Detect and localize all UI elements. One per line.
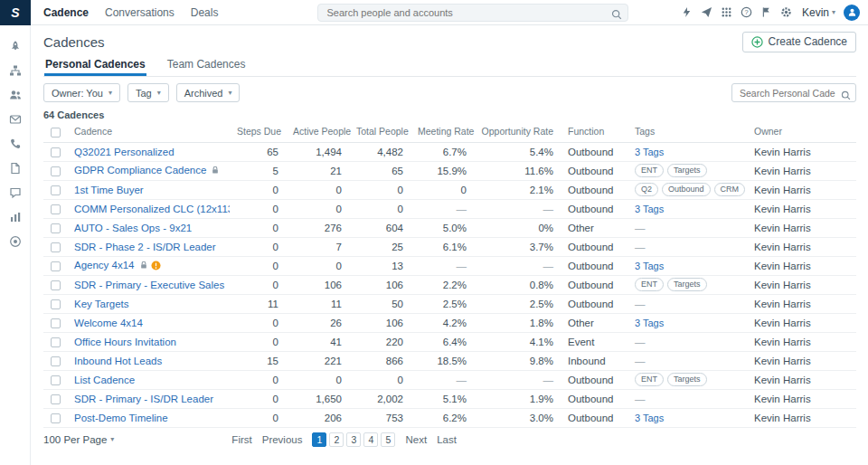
select-all-checkbox[interactable] bbox=[51, 128, 61, 138]
row-checkbox[interactable] bbox=[51, 166, 61, 176]
tab-team-cadences[interactable]: Team Cadences bbox=[166, 56, 247, 76]
phone-icon[interactable] bbox=[9, 138, 22, 150]
owner-cell: Kevin Harris bbox=[747, 180, 856, 199]
cadence-link[interactable]: Agency 4x14 bbox=[74, 260, 135, 270]
create-cadence-button[interactable]: Create Cadence bbox=[742, 32, 856, 52]
cadence-link[interactable]: Inbound Hot Leads bbox=[74, 356, 162, 366]
opportunity-rate-cell: 0.8% bbox=[474, 275, 561, 294]
page-button-4[interactable]: 4 bbox=[363, 432, 378, 447]
page-button-1[interactable]: 1 bbox=[312, 432, 326, 447]
send-icon[interactable] bbox=[701, 6, 712, 18]
tags-link[interactable]: 3 Tags bbox=[635, 204, 664, 214]
row-checkbox[interactable] bbox=[51, 375, 61, 385]
help-icon[interactable]: ? bbox=[741, 6, 752, 18]
cadence-name-cell: Q32021 Personalized bbox=[67, 142, 230, 161]
next-page-link[interactable]: Next bbox=[405, 434, 427, 445]
column-header-function[interactable]: Function bbox=[561, 122, 627, 142]
cadence-link[interactable]: 1st Time Buyer bbox=[74, 185, 144, 195]
opportunity-rate-cell: 9.8% bbox=[474, 351, 561, 370]
chart-icon[interactable] bbox=[9, 211, 22, 223]
nav-item-deals[interactable]: Deals bbox=[191, 6, 219, 19]
cadence-link[interactable]: COMM Personalized CLC (12x113) bbox=[74, 204, 230, 214]
column-header-cadence[interactable]: Cadence bbox=[67, 122, 230, 142]
last-page-link[interactable]: Last bbox=[437, 434, 457, 445]
row-select-cell bbox=[43, 218, 67, 237]
tags-link[interactable]: 3 Tags bbox=[635, 413, 664, 423]
table-row: AUTO - Sales Ops - 9x21 0 276 604 5.0% 0… bbox=[43, 218, 856, 237]
column-header-opportunity-rate[interactable]: Opportunity Rate bbox=[474, 122, 561, 142]
tags-link[interactable]: 3 Tags bbox=[635, 261, 664, 271]
column-header-owner[interactable]: Owner bbox=[747, 122, 856, 142]
row-checkbox[interactable] bbox=[51, 318, 61, 328]
tags-cell: — bbox=[627, 237, 747, 256]
cadence-link[interactable]: Post-Demo Timeline bbox=[74, 413, 168, 423]
cadence-link[interactable]: Welcome 4x14 bbox=[74, 318, 143, 328]
steps-due-cell: 0 bbox=[230, 180, 286, 199]
cadence-link[interactable]: SDR - Phase 2 - IS/DR Leader bbox=[74, 242, 216, 252]
cadence-link[interactable]: SDR - Primary - IS/DR Leader bbox=[74, 394, 213, 404]
nav-item-cadence[interactable]: Cadence bbox=[43, 6, 89, 19]
target-icon[interactable] bbox=[9, 235, 22, 248]
sitemap-icon[interactable] bbox=[9, 64, 22, 77]
row-checkbox[interactable] bbox=[51, 242, 61, 252]
owner-cell: Kevin Harris bbox=[747, 237, 856, 256]
row-checkbox[interactable] bbox=[51, 394, 61, 404]
cadence-link[interactable]: Key Targets bbox=[74, 299, 129, 309]
row-checkbox[interactable] bbox=[51, 356, 61, 366]
settings-gear-icon[interactable] bbox=[780, 6, 792, 18]
app-logo[interactable]: S bbox=[0, 0, 31, 25]
active-people-cell: 26 bbox=[286, 313, 349, 332]
table-search-input[interactable] bbox=[731, 83, 856, 102]
column-header-total-people[interactable]: Total People bbox=[349, 122, 410, 142]
cadence-link[interactable]: Office Hours Invitation bbox=[74, 337, 176, 347]
total-people-cell: 2,002 bbox=[349, 389, 410, 408]
row-checkbox[interactable] bbox=[51, 299, 61, 309]
opportunity-rate-cell: — bbox=[474, 199, 561, 218]
column-header-tags[interactable]: Tags bbox=[627, 122, 747, 142]
search-icon bbox=[611, 7, 622, 24]
mail-icon[interactable] bbox=[9, 113, 22, 126]
row-checkbox[interactable] bbox=[51, 280, 61, 290]
row-checkbox[interactable] bbox=[51, 337, 61, 347]
nav-item-conversations[interactable]: Conversations bbox=[105, 6, 175, 19]
column-header-active-people[interactable]: Active People bbox=[286, 122, 349, 142]
global-search-input[interactable] bbox=[317, 4, 628, 22]
per-page-selector[interactable]: 100 Per Page ▾ bbox=[43, 434, 114, 445]
row-checkbox[interactable] bbox=[51, 223, 61, 233]
users-icon[interactable] bbox=[9, 89, 22, 101]
row-checkbox[interactable] bbox=[51, 147, 61, 157]
profile-button[interactable] bbox=[844, 5, 860, 21]
column-header-meeting-rate[interactable]: Meeting Rate bbox=[410, 122, 474, 142]
cadence-link[interactable]: SDR - Primary - Executive Sales bbox=[74, 280, 224, 290]
filter-archived[interactable]: Archived▾ bbox=[176, 83, 241, 102]
tags-link[interactable]: 3 Tags bbox=[635, 147, 664, 157]
row-checkbox[interactable] bbox=[51, 204, 61, 214]
row-checkbox[interactable] bbox=[51, 185, 61, 195]
filter-owner-you[interactable]: Owner: You▾ bbox=[43, 83, 120, 102]
cadence-link[interactable]: AUTO - Sales Ops - 9x21 bbox=[74, 223, 192, 233]
rocket-icon[interactable] bbox=[9, 40, 22, 52]
tab-personal-cadences[interactable]: Personal Cadences bbox=[44, 56, 146, 76]
first-page-link[interactable]: First bbox=[231, 434, 251, 445]
row-checkbox[interactable] bbox=[51, 413, 61, 423]
activity-icon[interactable] bbox=[681, 6, 693, 18]
cadence-link[interactable]: GDPR Compliance Cadence bbox=[74, 165, 206, 176]
cadence-link[interactable]: List Cadence bbox=[74, 375, 135, 385]
table-row: COMM Personalized CLC (12x113) 0 0 0 — —… bbox=[43, 199, 856, 218]
filter-tag[interactable]: Tag▾ bbox=[127, 83, 169, 102]
tags-cell: ENTTargets bbox=[627, 161, 747, 180]
cadence-link[interactable]: Q32021 Personalized bbox=[74, 147, 175, 157]
app-launcher-icon[interactable] bbox=[721, 6, 732, 18]
row-checkbox[interactable] bbox=[51, 261, 61, 271]
document-icon[interactable] bbox=[9, 162, 22, 175]
page-button-5[interactable]: 5 bbox=[381, 432, 395, 447]
column-header-steps-due[interactable]: Steps Due bbox=[230, 122, 286, 142]
active-people-cell: 7 bbox=[286, 237, 349, 256]
comment-icon[interactable] bbox=[9, 186, 22, 199]
tags-link[interactable]: 3 Tags bbox=[635, 318, 664, 328]
previous-page-link[interactable]: Previous bbox=[262, 434, 303, 445]
user-menu[interactable]: Kevin ▾ bbox=[802, 6, 835, 19]
flag-icon[interactable] bbox=[760, 6, 772, 18]
page-button-2[interactable]: 2 bbox=[329, 432, 344, 447]
page-button-3[interactable]: 3 bbox=[346, 432, 361, 447]
